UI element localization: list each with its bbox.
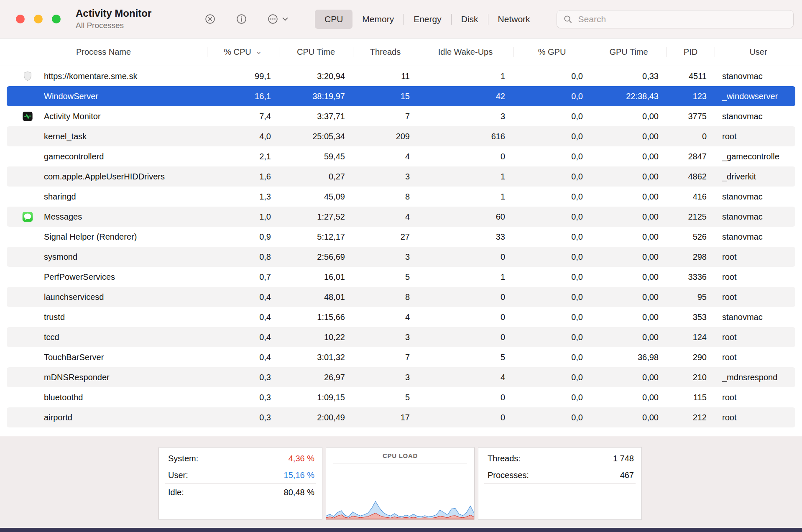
cell-cpu_time: 16,01 [279,272,353,282]
stat-user: User:15,16 % [165,467,316,484]
more-options-icon [267,13,278,25]
column-header-threads[interactable]: Threads [353,38,418,66]
minimize-button[interactable] [34,15,43,23]
process-row[interactable]: Signal Helper (Renderer)0,95:12,1727330,… [7,227,795,247]
search-input[interactable] [577,14,787,25]
column-header-pid[interactable]: PID [667,38,715,66]
close-button[interactable] [16,15,25,23]
stat-value: 4,36 % [289,454,314,463]
column-header-name[interactable]: Process Name [0,38,207,66]
cell-pid: 298 [667,252,715,262]
cell-gpu: 0,0 [513,212,591,222]
stat-processes: Processes:467 [484,467,636,484]
cell-process-name: kernel_task [7,132,207,141]
process-row[interactable]: sharingd1,345,09810,00,00416stanovmac [7,187,795,207]
process-name-label: Signal Helper (Renderer) [44,232,137,242]
cell-threads: 11 [353,72,418,81]
cell-threads: 3 [353,172,418,182]
process-row[interactable]: bluetoothd0,31:09,15500,00,00115root [7,387,795,407]
cpu-load-title: CPU LOAD [326,452,474,459]
quit-process-icon [204,13,216,25]
stat-value: 467 [620,471,634,480]
cell-cpu_time: 3:20,94 [279,72,353,81]
process-row[interactable]: tccd0,410,22300,00,00124root [7,327,795,347]
column-header-cpu_time[interactable]: CPU Time [279,38,353,66]
cell-user: root [715,413,795,422]
cell-gpu_time: 0,33 [591,72,667,81]
cell-idle: 616 [418,132,513,141]
process-name-label: gamecontrollerd [44,152,104,161]
cell-pid: 290 [667,353,715,362]
tab-memory[interactable]: Memory [352,10,404,29]
column-label: % CPU [224,47,251,57]
process-row[interactable]: launchservicesd0,448,01800,00,0095root [7,287,795,307]
cell-gpu_time: 0,00 [591,232,667,242]
cell-pid: 212 [667,413,715,422]
cell-gpu: 0,0 [513,373,591,382]
process-row[interactable]: kernel_task4,025:05,342096160,00,000root [7,126,795,146]
process-row[interactable]: PerfPowerServices0,716,01510,00,003336ro… [7,267,795,287]
tab-disk[interactable]: Disk [452,10,488,29]
cell-gpu_time: 0,00 [591,132,667,141]
view-switcher: CPUMemoryEnergyDiskNetwork [315,10,540,29]
process-row[interactable]: Activity Monitor7,43:37,71730,00,003775s… [7,106,795,126]
process-row[interactable]: mDNSResponder0,326,97340,00,00210_mdnsre… [7,367,795,387]
column-header-cpu[interactable]: % CPU⌄ [207,38,279,66]
column-header-user[interactable]: User [715,38,802,66]
process-row[interactable]: com.apple.AppleUserHIDDrivers1,60,27310,… [7,166,795,187]
cell-process-name: airportd [7,413,207,422]
cell-cpu_time: 45,09 [279,192,353,202]
cell-pid: 2125 [667,212,715,222]
column-header-gpu_time[interactable]: GPU Time [591,38,667,66]
process-row[interactable]: WindowServer16,138:19,9715420,022:38,431… [7,86,795,106]
tab-energy[interactable]: Energy [404,10,451,29]
column-header-gpu[interactable]: % GPU [513,38,591,66]
table-header: Process Name% CPU⌄CPU TimeThreadsIdle Wa… [0,38,802,66]
process-row[interactable]: TouchBarServer0,43:01,32750,036,98290roo… [7,347,795,367]
process-name-label: Activity Monitor [44,112,101,121]
cell-idle: 60 [418,212,513,222]
actions-menu-button[interactable] [267,13,288,25]
cell-idle: 33 [418,232,513,242]
column-label: Idle Wake-Ups [438,47,493,57]
cell-cpu_time: 2:00,49 [279,413,353,422]
cell-process-name: com.apple.AppleUserHIDDrivers [7,172,207,182]
process-name-label: Messages [44,212,82,222]
stat-value: 15,16 % [284,471,314,480]
process-row[interactable]: gamecontrollerd2,159,45400,00,002847_gam… [7,146,795,166]
tab-cpu[interactable]: CPU [315,10,352,29]
title-block: Activity Monitor All Processes [76,8,155,30]
cell-threads: 27 [353,232,418,242]
stat-label: User: [168,471,188,480]
cell-cpu_time: 26,97 [279,373,353,382]
cell-cpu: 0,9 [207,232,279,242]
cell-user: stanovmac [715,72,795,81]
cell-pid: 95 [667,292,715,302]
process-row[interactable]: https://komentare.sme.sk99,13:20,941110,… [7,66,795,86]
process-row[interactable]: airportd0,32:00,491700,00,00212root [7,407,795,427]
process-row[interactable]: trustd0,41:15,66400,00,00353stanovmac [7,307,795,327]
process-name-label: PerfPowerServices [44,272,115,282]
tab-network[interactable]: Network [488,10,540,29]
cell-idle: 4 [418,373,513,382]
cell-user: stanovmac [715,212,795,222]
cell-cpu: 0,4 [207,312,279,322]
cell-idle: 3 [418,112,513,121]
cell-process-name: bluetoothd [7,393,207,402]
cell-user: root [715,393,795,402]
quit-process-button[interactable] [204,13,216,25]
cell-cpu: 99,1 [207,72,279,81]
column-label: CPU Time [297,47,335,57]
inspect-process-button[interactable] [236,13,247,25]
cell-gpu: 0,0 [513,172,591,182]
process-row[interactable]: sysmond0,82:56,69300,00,00298root [7,247,795,267]
stat-threads: Threads:1 748 [484,450,636,467]
column-header-idle[interactable]: Idle Wake-Ups [418,38,513,66]
process-name-label: WindowServer [44,92,98,101]
stat-label: Threads: [488,454,521,463]
zoom-button[interactable] [52,15,61,23]
process-row[interactable]: Messages1,01:27,524600,00,002125stanovma… [7,207,795,227]
cell-gpu_time: 0,00 [591,373,667,382]
cpu-load-graph [326,490,474,519]
cell-cpu: 16,1 [207,92,279,101]
